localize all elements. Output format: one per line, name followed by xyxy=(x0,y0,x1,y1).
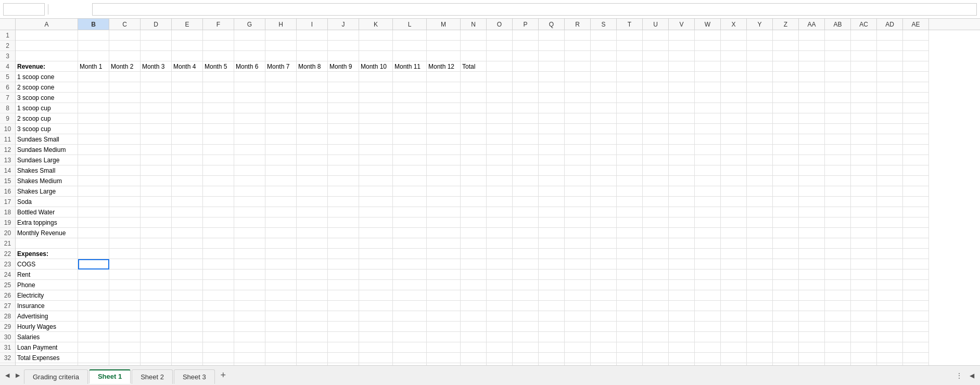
cell-AD33[interactable] xyxy=(877,363,903,365)
cell-R5[interactable] xyxy=(565,72,591,82)
cell-W18[interactable] xyxy=(695,207,721,217)
cell-W32[interactable] xyxy=(695,353,721,363)
cell-AA15[interactable] xyxy=(799,176,825,186)
cell-AC29[interactable] xyxy=(851,322,877,332)
cell-M29[interactable] xyxy=(427,322,461,332)
cell-L27[interactable] xyxy=(393,301,427,311)
cell-G30[interactable] xyxy=(234,332,265,342)
cell-R9[interactable] xyxy=(565,113,591,124)
cell-Y20[interactable] xyxy=(747,228,773,238)
cell-U6[interactable] xyxy=(643,82,669,93)
cell-S10[interactable] xyxy=(591,124,617,134)
cell-F10[interactable] xyxy=(203,124,234,134)
cell-W14[interactable] xyxy=(695,165,721,176)
cell-S2[interactable] xyxy=(591,41,617,51)
cell-K1[interactable] xyxy=(359,30,393,41)
cell-S19[interactable] xyxy=(591,217,617,228)
cell-X10[interactable] xyxy=(721,124,747,134)
cell-M27[interactable] xyxy=(427,301,461,311)
cell-F14[interactable] xyxy=(203,165,234,176)
cell-N6[interactable] xyxy=(461,82,487,93)
cell-M11[interactable] xyxy=(427,134,461,145)
cell-U21[interactable] xyxy=(643,238,669,249)
cell-C6[interactable] xyxy=(109,82,141,93)
cell-I28[interactable] xyxy=(297,311,328,322)
cell-C3[interactable] xyxy=(109,51,141,61)
cell-H4[interactable]: Month 7 xyxy=(265,61,297,72)
cell-Z33[interactable] xyxy=(773,363,799,365)
cell-AA2[interactable] xyxy=(799,41,825,51)
cell-M15[interactable] xyxy=(427,176,461,186)
cell-R8[interactable] xyxy=(565,103,591,113)
cell-M8[interactable] xyxy=(427,103,461,113)
cell-V30[interactable] xyxy=(669,332,695,342)
cell-O11[interactable] xyxy=(487,134,513,145)
cell-V33[interactable] xyxy=(669,363,695,365)
cell-O33[interactable] xyxy=(487,363,513,365)
cell-U7[interactable] xyxy=(643,93,669,103)
cell-F18[interactable] xyxy=(203,207,234,217)
cell-M10[interactable] xyxy=(427,124,461,134)
cell-W19[interactable] xyxy=(695,217,721,228)
row-num-18[interactable]: 18 xyxy=(0,207,15,217)
cell-C20[interactable] xyxy=(109,228,141,238)
cell-G8[interactable] xyxy=(234,103,265,113)
cell-K3[interactable] xyxy=(359,51,393,61)
cell-W16[interactable] xyxy=(695,186,721,197)
cell-F15[interactable] xyxy=(203,176,234,186)
cell-AC3[interactable] xyxy=(851,51,877,61)
cell-AE20[interactable] xyxy=(903,228,929,238)
cell-J15[interactable] xyxy=(328,176,359,186)
cell-G22[interactable] xyxy=(234,249,265,259)
cell-C1[interactable] xyxy=(109,30,141,41)
cell-AC17[interactable] xyxy=(851,197,877,207)
cell-C25[interactable] xyxy=(109,280,141,290)
cell-T11[interactable] xyxy=(617,134,643,145)
cell-V10[interactable] xyxy=(669,124,695,134)
cell-B32[interactable] xyxy=(78,353,109,363)
cell-P30[interactable] xyxy=(513,332,539,342)
cell-U9[interactable] xyxy=(643,113,669,124)
cell-C31[interactable] xyxy=(109,342,141,353)
cell-AA20[interactable] xyxy=(799,228,825,238)
row-num-9[interactable]: 9 xyxy=(0,113,15,124)
cell-Y16[interactable] xyxy=(747,186,773,197)
cell-AD16[interactable] xyxy=(877,186,903,197)
cell-H16[interactable] xyxy=(265,186,297,197)
cell-B28[interactable] xyxy=(78,311,109,322)
cell-W13[interactable] xyxy=(695,155,721,165)
cell-N3[interactable] xyxy=(461,51,487,61)
cell-P32[interactable] xyxy=(513,353,539,363)
cell-B30[interactable] xyxy=(78,332,109,342)
cell-Q13[interactable] xyxy=(539,155,565,165)
cell-K6[interactable] xyxy=(359,82,393,93)
cell-AA19[interactable] xyxy=(799,217,825,228)
cell-Y3[interactable] xyxy=(747,51,773,61)
row-num-25[interactable]: 25 xyxy=(0,280,15,290)
cell-Z21[interactable] xyxy=(773,238,799,249)
cell-U3[interactable] xyxy=(643,51,669,61)
cell-V14[interactable] xyxy=(669,165,695,176)
cell-U1[interactable] xyxy=(643,30,669,41)
cell-B11[interactable] xyxy=(78,134,109,145)
cell-R16[interactable] xyxy=(565,186,591,197)
cell-Z4[interactable] xyxy=(773,61,799,72)
cell-Q16[interactable] xyxy=(539,186,565,197)
cell-K15[interactable] xyxy=(359,176,393,186)
cell-Q21[interactable] xyxy=(539,238,565,249)
cell-A1[interactable] xyxy=(16,30,78,41)
cell-D1[interactable] xyxy=(141,30,172,41)
cell-AD31[interactable] xyxy=(877,342,903,353)
cell-D32[interactable] xyxy=(141,353,172,363)
cell-D16[interactable] xyxy=(141,186,172,197)
cell-Q8[interactable] xyxy=(539,103,565,113)
cell-S13[interactable] xyxy=(591,155,617,165)
cell-AD26[interactable] xyxy=(877,290,903,301)
cell-F13[interactable] xyxy=(203,155,234,165)
cell-P13[interactable] xyxy=(513,155,539,165)
cell-L5[interactable] xyxy=(393,72,427,82)
cell-R7[interactable] xyxy=(565,93,591,103)
cell-AB22[interactable] xyxy=(825,249,851,259)
row-num-5[interactable]: 5 xyxy=(0,72,15,82)
cell-AB27[interactable] xyxy=(825,301,851,311)
